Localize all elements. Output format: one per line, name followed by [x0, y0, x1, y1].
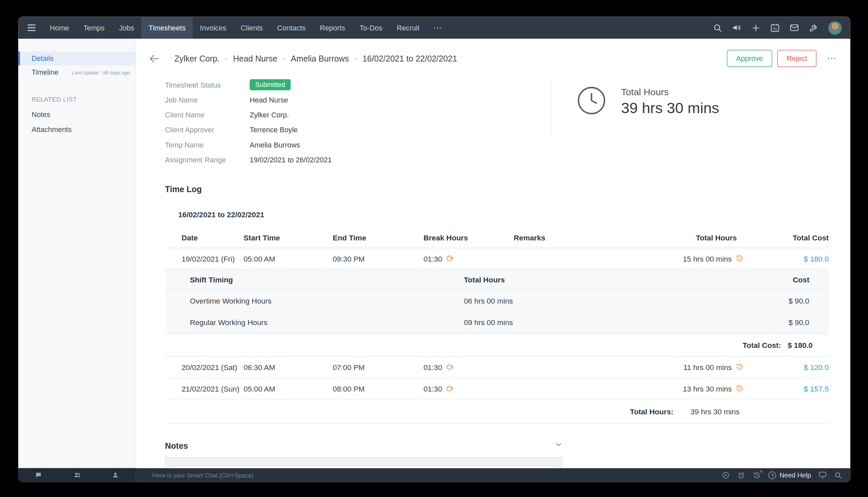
record-header: Zylker Corp. - Head Nurse - Amelia Burro…	[136, 39, 850, 67]
notes-title: Notes	[165, 441, 188, 450]
hamburger-icon[interactable]	[18, 24, 43, 31]
stage: Home Temps Jobs Timesheets Invoices Clie…	[0, 0, 868, 497]
nav-tab-contacts[interactable]: Contacts	[270, 16, 313, 39]
breadcrumb-separator: -	[283, 54, 285, 62]
vertical-divider	[551, 78, 551, 136]
bottom-bar: Here is your Smart Chat (Ctrl+Space) ? N…	[18, 468, 850, 482]
play-circle-icon[interactable]	[722, 471, 730, 479]
calendar-icon[interactable]: 31	[770, 23, 780, 33]
summary-text: Total Hours 39 hrs 30 mins	[621, 87, 719, 116]
nav-tab-clients[interactable]: Clients	[234, 16, 270, 39]
field-value: Amelia Burrows	[250, 141, 300, 149]
cell-date: 20/02/2021 (Sat)	[165, 363, 244, 371]
cell-total-hours: 15 hrs 00 mins	[627, 254, 744, 263]
cell-end: 08:00 PM	[333, 385, 424, 393]
shift-header-row: Shift Timing Total Hours Cost	[165, 270, 829, 290]
monitor-icon[interactable]	[819, 471, 826, 479]
chat-bubble-icon[interactable]	[35, 471, 42, 479]
nav-tab-temps[interactable]: Temps	[76, 16, 112, 39]
shift-hours: 09 hrs 00 mins	[464, 318, 707, 327]
contacts-group-icon[interactable]	[73, 471, 81, 479]
user-avatar[interactable]	[828, 21, 842, 35]
app-window: Home Temps Jobs Timesheets Invoices Clie…	[18, 16, 850, 482]
nav-tab-todos[interactable]: To-Dos	[352, 16, 389, 39]
history-clock-icon[interactable]	[736, 384, 744, 394]
top-nav: Home Temps Jobs Timesheets Invoices Clie…	[18, 16, 850, 39]
mail-icon[interactable]	[789, 23, 799, 33]
cell-start: 05:00 AM	[244, 255, 333, 263]
grand-total-label: Total Hours:	[630, 407, 674, 416]
cell-total-cost[interactable]: $ 157.5	[744, 385, 829, 393]
total-hours-text: 11 hrs 00 mins	[683, 363, 732, 371]
cell-end: 09:30 PM	[333, 255, 424, 263]
shift-total-cost-label: Total Cost:	[742, 341, 781, 349]
col-start: Start Time	[244, 233, 333, 242]
breadcrumb-temp[interactable]: Amelia Burrows	[291, 54, 349, 63]
timelog-row[interactable]: 21/02/2021 (Sun) 05:00 AM 08:00 PM 01:30…	[165, 378, 829, 400]
sidebar-item-attachments[interactable]: Attachments	[18, 122, 135, 137]
field-label: Temp Name	[165, 141, 249, 149]
break-value: 01:30	[424, 255, 442, 263]
timelog-week-range: 16/02/2021 to 22/02/2021	[178, 211, 850, 219]
sidebar: Details Timeline Last Update : 86 days a…	[18, 39, 136, 468]
nav-tab-timesheets[interactable]: Timesheets	[142, 16, 193, 39]
shift-row-regular: Regular Working Hours 09 hrs 00 mins $ 9…	[165, 312, 829, 333]
notes-editor-area	[165, 457, 562, 468]
nav-tab-invoices[interactable]: Invoices	[193, 16, 233, 39]
detail-row-range: Assignment Range 19/02/2021 to 26/02/202…	[165, 154, 332, 165]
sidebar-item-details[interactable]: Details	[18, 52, 135, 66]
smart-chat-input[interactable]: Here is your Smart Chat (Ctrl+Space)	[136, 472, 722, 479]
chevron-down-icon[interactable]	[555, 440, 562, 450]
cell-break: 01:30	[424, 384, 514, 394]
timelog-row[interactable]: 19/02/2021 (Fri) 05:00 AM 09:30 PM 01:30…	[165, 248, 829, 270]
cell-total-cost[interactable]: $ 120.0	[744, 363, 829, 371]
field-value: Zylker Corp.	[250, 111, 289, 119]
cell-total-hours: 13 hrs 30 mins	[627, 384, 744, 394]
sidebar-item-notes[interactable]: Notes	[18, 107, 135, 122]
col-break: Break Hours	[424, 233, 514, 242]
timeline-last-update: Last Update : 86 days ago	[72, 69, 130, 75]
timelog-table: Date Start Time End Time Break Hours Rem…	[165, 228, 829, 424]
back-arrow-icon[interactable]	[148, 52, 161, 65]
field-value: Head Nurse	[250, 96, 288, 104]
nav-tab-jobs[interactable]: Jobs	[112, 16, 142, 39]
col-remarks: Remarks	[514, 233, 627, 242]
add-icon[interactable]	[751, 23, 760, 32]
tools-icon[interactable]	[809, 23, 819, 33]
header-more-icon[interactable]: ⋯	[827, 53, 836, 64]
detail-row-approver: Client Approver Terrence Boyle	[165, 125, 332, 135]
nav-tab-reports[interactable]: Reports	[312, 16, 352, 39]
person-icon[interactable]	[112, 471, 119, 479]
coffee-icon	[446, 254, 453, 263]
breadcrumb-client[interactable]: Zylker Corp.	[175, 54, 220, 63]
search-icon[interactable]	[713, 23, 722, 32]
cell-break: 01:30	[424, 363, 514, 372]
timelog-row[interactable]: 20/02/2021 (Sat) 06:30 AM 07:00 PM 01:30…	[165, 357, 829, 378]
shift-detail-panel: Shift Timing Total Hours Cost Overtime W…	[165, 270, 829, 334]
nav-tab-recruit[interactable]: Recruit	[389, 16, 427, 39]
notes-input[interactable]	[173, 465, 554, 468]
zoom-search-icon[interactable]	[834, 471, 842, 479]
breadcrumb-job[interactable]: Head Nurse	[233, 54, 277, 63]
history-notifications-icon[interactable]	[753, 471, 761, 479]
field-label: Job Name	[165, 96, 249, 104]
sidebar-item-timeline[interactable]: Timeline Last Update : 86 days ago	[18, 66, 135, 79]
field-label: Timesheet Status	[165, 81, 249, 89]
break-value: 01:30	[424, 385, 442, 393]
cell-total-hours: 11 hrs 00 mins	[627, 363, 744, 372]
alarm-clock-icon[interactable]	[737, 471, 745, 479]
announcement-icon[interactable]	[732, 23, 742, 33]
history-clock-icon[interactable]	[736, 363, 744, 372]
nav-tab-home[interactable]: Home	[43, 16, 76, 39]
coffee-icon	[446, 384, 453, 394]
main-content: Zylker Corp. - Head Nurse - Amelia Burro…	[136, 39, 850, 468]
reject-button[interactable]: Reject	[777, 50, 816, 67]
nav-tabs: Home Temps Jobs Timesheets Invoices Clie…	[43, 16, 448, 39]
cell-total-cost[interactable]: $ 180.0	[744, 255, 829, 263]
need-help-button[interactable]: ? Need Help	[768, 471, 811, 479]
col-total-cost: Total Cost	[744, 233, 829, 242]
approve-button[interactable]: Approve	[726, 50, 772, 67]
nav-overflow-icon[interactable]: ⋯	[427, 16, 448, 39]
history-clock-icon[interactable]	[736, 254, 744, 263]
chat-bar-tabs	[18, 468, 136, 482]
